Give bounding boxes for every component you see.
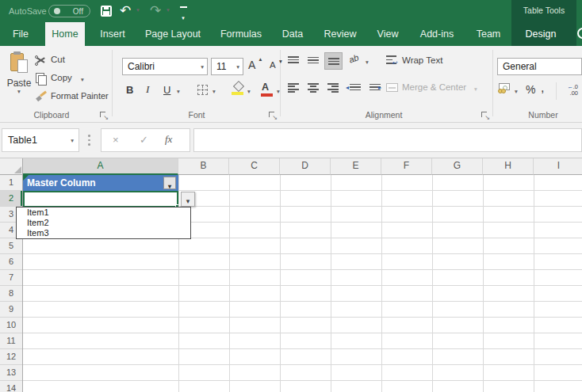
data-validation-dropdown-button[interactable]: ▾ bbox=[181, 192, 195, 207]
accounting-dropdown-icon[interactable]: ▾ bbox=[515, 89, 518, 95]
row-header[interactable]: 7 bbox=[0, 270, 22, 286]
column-header[interactable]: A bbox=[23, 158, 178, 175]
align-left-button[interactable] bbox=[285, 79, 303, 97]
row-header[interactable]: 2 bbox=[0, 191, 22, 207]
ribbon-tab[interactable]: Data bbox=[275, 22, 310, 46]
column-header[interactable]: C bbox=[229, 158, 280, 175]
column-header[interactable]: H bbox=[483, 158, 534, 175]
fill-color-dropdown-icon[interactable]: ▾ bbox=[247, 89, 251, 95]
row-header[interactable]: 8 bbox=[0, 286, 22, 302]
comma-style-button[interactable]: , bbox=[541, 81, 544, 95]
ribbon-tab[interactable]: View bbox=[368, 22, 408, 46]
row-header[interactable]: 13 bbox=[0, 365, 22, 381]
worksheet: ABCDEFGHI 1234567891011121314 Master Col… bbox=[0, 158, 582, 392]
paste-button[interactable]: Paste ▾ bbox=[3, 51, 35, 112]
align-right-button[interactable] bbox=[324, 79, 343, 97]
column-header[interactable]: B bbox=[178, 158, 229, 175]
font-dialog-launcher[interactable]: ↘ bbox=[269, 112, 277, 120]
cell-a2-selected[interactable] bbox=[23, 191, 178, 207]
column-header[interactable]: G bbox=[432, 158, 483, 175]
chevron-down-icon[interactable]: ▾ bbox=[236, 64, 239, 70]
ribbon-tab[interactable]: Design bbox=[517, 22, 565, 46]
ribbon: Paste ▾ Cut Copy ▾ Format Painter Clipbo… bbox=[0, 46, 582, 123]
button-separator bbox=[556, 82, 557, 100]
align-middle-button[interactable] bbox=[304, 52, 323, 70]
merge-center-dropdown-icon[interactable]: ▾ bbox=[474, 86, 477, 93]
row-header[interactable]: 14 bbox=[0, 381, 22, 392]
increase-decimal-button[interactable]: ←.0 .00 bbox=[561, 84, 578, 97]
align-center-button[interactable] bbox=[304, 79, 323, 97]
dropdown-list-item[interactable]: Item2 bbox=[17, 218, 190, 228]
column-header[interactable]: D bbox=[280, 158, 331, 175]
column-header[interactable]: I bbox=[534, 158, 582, 175]
redo-button[interactable]: ↷ bbox=[150, 2, 161, 21]
align-bottom-button[interactable] bbox=[324, 52, 343, 70]
ribbon-tab[interactable]: Insert bbox=[93, 22, 132, 46]
clipboard-dialog-launcher[interactable]: ↘ bbox=[100, 112, 108, 120]
ribbon-tab[interactable]: Formulas bbox=[216, 22, 266, 46]
borders-dropdown-icon[interactable]: ▾ bbox=[213, 89, 216, 95]
ribbon-tab[interactable]: Review bbox=[318, 22, 362, 46]
bold-button[interactable]: B bbox=[126, 84, 133, 96]
customize-quick-access-toolbar-button[interactable]: ▾ bbox=[179, 6, 187, 23]
decrease-indent-button[interactable]: ◂ bbox=[347, 79, 365, 97]
row-header[interactable]: 1 bbox=[0, 175, 22, 191]
corner-flag-icon bbox=[23, 175, 29, 181]
number-format-combo[interactable]: General bbox=[497, 58, 582, 75]
cancel-icon[interactable]: × bbox=[113, 134, 119, 146]
formula-bar-resize-handle[interactable] bbox=[88, 135, 90, 148]
redo-dropdown-icon[interactable]: ▾ bbox=[167, 7, 170, 13]
name-box[interactable]: Table1 ▾ bbox=[2, 128, 79, 152]
italic-button[interactable]: I bbox=[146, 83, 150, 96]
align-top-button[interactable] bbox=[285, 52, 303, 70]
increase-indent-button[interactable]: ▸ bbox=[366, 79, 385, 97]
font-name-combo[interactable]: Calibri ▾ bbox=[122, 58, 208, 75]
cell-grid[interactable]: Master Column ▾ ▾ Item1Item2Item3 bbox=[23, 175, 582, 392]
bar-icon bbox=[180, 6, 187, 8]
shrink-font-button[interactable]: A▾ bbox=[270, 60, 276, 70]
row-header[interactable]: 5 bbox=[0, 238, 22, 254]
underline-button[interactable]: U bbox=[163, 84, 170, 96]
name-box-dropdown-icon[interactable]: ▾ bbox=[71, 138, 74, 144]
grow-font-button[interactable]: A▴ bbox=[248, 59, 255, 71]
select-all-button[interactable] bbox=[0, 158, 23, 175]
insert-function-icon[interactable]: fx bbox=[165, 133, 172, 146]
column-header[interactable]: E bbox=[331, 158, 381, 175]
chevron-down-icon[interactable]: ▾ bbox=[201, 64, 204, 70]
percent-style-button[interactable]: % bbox=[526, 83, 535, 96]
copy-dropdown-icon[interactable]: ▾ bbox=[81, 77, 84, 83]
undo-button[interactable]: ↶ bbox=[120, 2, 131, 21]
font-color-dropdown-icon[interactable]: ▾ bbox=[277, 89, 280, 95]
ribbon-tab[interactable]: File bbox=[5, 22, 36, 46]
row-header[interactable]: 10 bbox=[0, 318, 22, 333]
formula-input[interactable] bbox=[193, 128, 582, 152]
alignment-dialog-launcher[interactable]: ↘ bbox=[481, 112, 489, 120]
ribbon-tab[interactable]: Team bbox=[468, 22, 509, 46]
ribbon-tab[interactable]: Home bbox=[45, 22, 85, 46]
cell-a1-table-header[interactable]: Master Column ▾ bbox=[23, 175, 178, 191]
dropdown-list-item[interactable]: Item1 bbox=[17, 207, 190, 218]
row-header[interactable]: 6 bbox=[0, 254, 22, 270]
font-color-button[interactable]: A bbox=[262, 82, 269, 93]
row-header[interactable]: 9 bbox=[0, 302, 22, 318]
orientation-button[interactable]: ab bbox=[347, 52, 360, 64]
column-header[interactable]: F bbox=[381, 158, 432, 175]
filter-button[interactable]: ▾ bbox=[163, 177, 176, 189]
font-size-combo[interactable]: 11 ▾ bbox=[211, 58, 243, 75]
autosave-toggle[interactable]: Off bbox=[48, 5, 90, 17]
enter-icon[interactable]: ✓ bbox=[140, 134, 148, 146]
undo-dropdown-icon[interactable]: ▾ bbox=[136, 7, 140, 13]
paste-dropdown-icon[interactable]: ▾ bbox=[3, 89, 35, 95]
ribbon-tab[interactable]: Page Layout bbox=[141, 22, 205, 46]
orientation-dropdown-icon[interactable]: ▾ bbox=[366, 59, 369, 66]
underline-dropdown-icon[interactable]: ▾ bbox=[177, 89, 180, 95]
validation-dropdown-list[interactable]: Item1Item2Item3 bbox=[16, 207, 191, 239]
row-header[interactable]: 12 bbox=[0, 349, 22, 365]
alignment-group-label: Alignment bbox=[285, 110, 482, 120]
row-header[interactable]: 11 bbox=[0, 333, 22, 349]
ribbon-tab[interactable]: Add-ins bbox=[414, 22, 460, 46]
save-icon[interactable] bbox=[101, 6, 112, 17]
column-headers: ABCDEFGHI bbox=[23, 158, 582, 175]
dropdown-list-item[interactable]: Item3 bbox=[17, 228, 190, 238]
fill-color-bar bbox=[232, 92, 243, 95]
